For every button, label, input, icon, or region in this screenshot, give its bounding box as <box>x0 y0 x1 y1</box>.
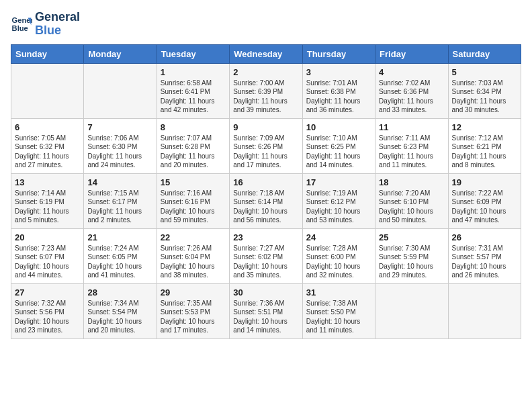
day-info: Sunrise: 7:01 AM Sunset: 6:38 PM Dayligh… <box>306 79 371 115</box>
calendar-cell: 6Sunrise: 7:05 AM Sunset: 6:32 PM Daylig… <box>11 118 84 173</box>
day-number: 15 <box>161 177 226 187</box>
header-day-monday: Monday <box>84 44 157 63</box>
calendar-cell: 17Sunrise: 7:19 AM Sunset: 6:12 PM Dayli… <box>302 173 375 228</box>
day-info: Sunrise: 7:05 AM Sunset: 6:32 PM Dayligh… <box>15 134 80 170</box>
calendar-cell: 3Sunrise: 7:01 AM Sunset: 6:38 PM Daylig… <box>302 63 375 118</box>
calendar-table: SundayMondayTuesdayWednesdayThursdayFrid… <box>11 44 521 339</box>
day-number: 9 <box>233 122 298 132</box>
calendar-cell: 8Sunrise: 7:07 AM Sunset: 6:28 PM Daylig… <box>157 118 229 173</box>
day-number: 10 <box>306 122 371 132</box>
calendar-cell: 5Sunrise: 7:03 AM Sunset: 6:34 PM Daylig… <box>448 63 521 118</box>
day-number: 5 <box>452 67 517 77</box>
day-number: 20 <box>15 232 80 242</box>
day-info: Sunrise: 7:06 AM Sunset: 6:30 PM Dayligh… <box>87 134 152 170</box>
day-info: Sunrise: 7:12 AM Sunset: 6:21 PM Dayligh… <box>452 134 517 170</box>
day-info: Sunrise: 7:27 AM Sunset: 6:02 PM Dayligh… <box>233 244 298 280</box>
logo-text-blue: Blue <box>35 24 80 38</box>
day-info: Sunrise: 7:35 AM Sunset: 5:53 PM Dayligh… <box>161 299 226 335</box>
calendar-cell: 27Sunrise: 7:32 AM Sunset: 5:56 PM Dayli… <box>11 283 84 338</box>
day-number: 13 <box>15 177 80 187</box>
day-info: Sunrise: 7:30 AM Sunset: 5:59 PM Dayligh… <box>379 244 444 280</box>
svg-text:Blue: Blue <box>12 24 28 32</box>
calendar-cell <box>11 63 84 118</box>
calendar-cell: 13Sunrise: 7:14 AM Sunset: 6:19 PM Dayli… <box>11 173 84 228</box>
header-day-wednesday: Wednesday <box>230 44 302 63</box>
day-info: Sunrise: 7:18 AM Sunset: 6:14 PM Dayligh… <box>233 189 298 225</box>
calendar-cell: 28Sunrise: 7:34 AM Sunset: 5:54 PM Dayli… <box>84 283 157 338</box>
day-number: 7 <box>87 122 152 132</box>
day-info: Sunrise: 7:28 AM Sunset: 6:00 PM Dayligh… <box>306 244 371 280</box>
day-number: 21 <box>87 232 152 242</box>
day-info: Sunrise: 7:31 AM Sunset: 5:57 PM Dayligh… <box>452 244 517 280</box>
calendar-cell: 24Sunrise: 7:28 AM Sunset: 6:00 PM Dayli… <box>302 228 375 283</box>
day-info: Sunrise: 7:32 AM Sunset: 5:56 PM Dayligh… <box>15 299 80 335</box>
day-info: Sunrise: 7:19 AM Sunset: 6:12 PM Dayligh… <box>306 189 371 225</box>
day-number: 18 <box>379 177 444 187</box>
week-row-5: 27Sunrise: 7:32 AM Sunset: 5:56 PM Dayli… <box>11 283 521 338</box>
day-number: 28 <box>87 287 152 298</box>
calendar-cell: 2Sunrise: 7:00 AM Sunset: 6:39 PM Daylig… <box>230 63 302 118</box>
calendar-cell <box>84 63 157 118</box>
calendar-cell: 23Sunrise: 7:27 AM Sunset: 6:02 PM Dayli… <box>230 228 302 283</box>
day-number: 12 <box>452 122 517 132</box>
calendar-body: 1Sunrise: 6:58 AM Sunset: 6:41 PM Daylig… <box>11 63 521 338</box>
day-info: Sunrise: 7:22 AM Sunset: 6:09 PM Dayligh… <box>452 189 517 225</box>
day-number: 26 <box>452 232 517 242</box>
day-number: 27 <box>15 287 80 298</box>
logo: General Blue General Blue <box>11 11 80 38</box>
header-day-friday: Friday <box>375 44 448 63</box>
calendar-cell: 4Sunrise: 7:02 AM Sunset: 6:36 PM Daylig… <box>375 63 448 118</box>
calendar-cell: 15Sunrise: 7:16 AM Sunset: 6:16 PM Dayli… <box>157 173 229 228</box>
calendar-cell: 9Sunrise: 7:09 AM Sunset: 6:26 PM Daylig… <box>230 118 302 173</box>
day-number: 24 <box>306 232 371 242</box>
calendar-cell: 22Sunrise: 7:26 AM Sunset: 6:04 PM Dayli… <box>157 228 229 283</box>
week-row-1: 1Sunrise: 6:58 AM Sunset: 6:41 PM Daylig… <box>11 63 521 118</box>
calendar-cell: 1Sunrise: 6:58 AM Sunset: 6:41 PM Daylig… <box>157 63 229 118</box>
day-number: 23 <box>233 232 298 242</box>
calendar-cell: 21Sunrise: 7:24 AM Sunset: 6:05 PM Dayli… <box>84 228 157 283</box>
day-info: Sunrise: 7:38 AM Sunset: 5:50 PM Dayligh… <box>306 299 371 335</box>
day-number: 25 <box>379 232 444 242</box>
day-number: 3 <box>306 67 371 77</box>
day-number: 17 <box>306 177 371 187</box>
day-number: 1 <box>161 67 226 77</box>
day-number: 14 <box>87 177 152 187</box>
day-info: Sunrise: 7:16 AM Sunset: 6:16 PM Dayligh… <box>161 189 226 225</box>
day-number: 8 <box>161 122 226 132</box>
calendar-cell: 7Sunrise: 7:06 AM Sunset: 6:30 PM Daylig… <box>84 118 157 173</box>
calendar-cell: 25Sunrise: 7:30 AM Sunset: 5:59 PM Dayli… <box>375 228 448 283</box>
day-info: Sunrise: 7:14 AM Sunset: 6:19 PM Dayligh… <box>15 189 80 225</box>
logo-text-general: General <box>35 11 80 24</box>
calendar-cell: 31Sunrise: 7:38 AM Sunset: 5:50 PM Dayli… <box>302 283 375 338</box>
day-number: 31 <box>306 287 371 298</box>
calendar-cell: 20Sunrise: 7:23 AM Sunset: 6:07 PM Dayli… <box>11 228 84 283</box>
week-row-4: 20Sunrise: 7:23 AM Sunset: 6:07 PM Dayli… <box>11 228 521 283</box>
day-info: Sunrise: 7:03 AM Sunset: 6:34 PM Dayligh… <box>452 79 517 115</box>
day-info: Sunrise: 6:58 AM Sunset: 6:41 PM Dayligh… <box>161 79 226 115</box>
calendar-cell: 14Sunrise: 7:15 AM Sunset: 6:17 PM Dayli… <box>84 173 157 228</box>
calendar-cell: 12Sunrise: 7:12 AM Sunset: 6:21 PM Dayli… <box>448 118 521 173</box>
header-day-tuesday: Tuesday <box>157 44 229 63</box>
day-info: Sunrise: 7:11 AM Sunset: 6:23 PM Dayligh… <box>379 134 444 170</box>
day-info: Sunrise: 7:26 AM Sunset: 6:04 PM Dayligh… <box>161 244 226 280</box>
day-number: 22 <box>161 232 226 242</box>
day-info: Sunrise: 7:36 AM Sunset: 5:51 PM Dayligh… <box>233 299 298 335</box>
day-info: Sunrise: 7:02 AM Sunset: 6:36 PM Dayligh… <box>379 79 444 115</box>
day-number: 6 <box>15 122 80 132</box>
header-day-thursday: Thursday <box>302 44 375 63</box>
week-row-2: 6Sunrise: 7:05 AM Sunset: 6:32 PM Daylig… <box>11 118 521 173</box>
calendar-cell <box>448 283 521 338</box>
day-number: 16 <box>233 177 298 187</box>
day-info: Sunrise: 7:10 AM Sunset: 6:25 PM Dayligh… <box>306 134 371 170</box>
header-row: SundayMondayTuesdayWednesdayThursdayFrid… <box>11 44 521 63</box>
day-number: 30 <box>233 287 298 298</box>
day-info: Sunrise: 7:24 AM Sunset: 6:05 PM Dayligh… <box>87 244 152 280</box>
day-info: Sunrise: 7:07 AM Sunset: 6:28 PM Dayligh… <box>161 134 226 170</box>
day-number: 4 <box>379 67 444 77</box>
calendar-cell: 11Sunrise: 7:11 AM Sunset: 6:23 PM Dayli… <box>375 118 448 173</box>
day-info: Sunrise: 7:15 AM Sunset: 6:17 PM Dayligh… <box>87 189 152 225</box>
calendar-cell: 10Sunrise: 7:10 AM Sunset: 6:25 PM Dayli… <box>302 118 375 173</box>
day-info: Sunrise: 7:09 AM Sunset: 6:26 PM Dayligh… <box>233 134 298 170</box>
day-number: 11 <box>379 122 444 132</box>
page-header: General Blue General Blue <box>11 11 521 38</box>
